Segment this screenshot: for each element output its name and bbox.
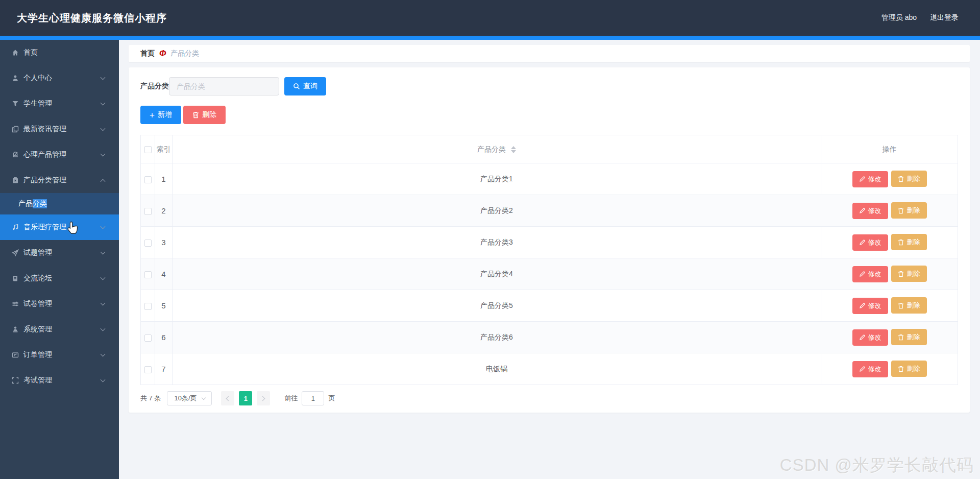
row-checkbox[interactable]: [144, 366, 152, 373]
row-index: 3: [155, 227, 173, 258]
breadcrumb-current: 产品分类: [170, 49, 199, 58]
sidebar-item-label: 音乐理疗管理: [23, 223, 66, 232]
chevron-down-icon: [201, 395, 205, 399]
row-delete-button[interactable]: 删除: [891, 297, 927, 314]
chevron-down-icon: [101, 101, 106, 106]
table-row: 4产品分类4修改删除: [141, 258, 958, 290]
row-index: 1: [155, 163, 173, 195]
select-all-checkbox[interactable]: [144, 146, 152, 153]
trash-icon: [898, 271, 904, 277]
delete-button[interactable]: 删除: [183, 106, 226, 124]
sort-caret-icon[interactable]: [511, 146, 516, 153]
row-category: 产品分类2: [173, 195, 821, 227]
edit-button[interactable]: 修改: [852, 203, 888, 219]
sidebar-item-label: 考试管理: [23, 376, 52, 385]
sidebar-item-psych-products[interactable]: 心理产品管理: [0, 142, 119, 167]
row-checkbox[interactable]: [144, 271, 152, 278]
add-button[interactable]: + 新增: [140, 106, 181, 124]
next-page-button[interactable]: [257, 391, 270, 405]
row-delete-button[interactable]: 删除: [891, 361, 927, 377]
pencil-icon: [859, 176, 865, 182]
send-icon: [11, 249, 19, 257]
sidebar-item-label: 订单管理: [23, 350, 52, 360]
page-number-button[interactable]: 1: [239, 391, 252, 405]
row-checkbox[interactable]: [144, 334, 152, 342]
column-header-index: 索引: [155, 135, 173, 163]
sidebar-item-label: 产品分类管理: [23, 176, 66, 185]
row-actions: 修改删除: [821, 195, 958, 227]
submenu-label-selected: 分类: [33, 199, 47, 208]
breadcrumb-home[interactable]: 首页: [140, 49, 155, 58]
row-actions: 修改删除: [821, 353, 958, 385]
sidebar-item-news[interactable]: 最新资讯管理: [0, 116, 119, 142]
prev-page-button[interactable]: [221, 391, 234, 405]
sidebar-item-music-therapy[interactable]: 音乐理疗管理: [0, 214, 119, 240]
page-size-select[interactable]: 10条/页: [167, 391, 212, 405]
edit-button[interactable]: 修改: [852, 171, 888, 187]
row-index: 7: [155, 353, 173, 385]
sidebar-item-orders[interactable]: 订单管理: [0, 342, 119, 368]
row-delete-button[interactable]: 删除: [891, 171, 927, 187]
app-header: 大学生心理健康服务微信小程序 管理员 abo 退出登录: [0, 0, 980, 36]
plus-icon: +: [150, 111, 155, 119]
row-delete-button[interactable]: 删除: [891, 202, 927, 219]
edit-button[interactable]: 修改: [852, 361, 888, 377]
row-checkbox[interactable]: [144, 240, 152, 247]
table-row: 6产品分类6修改删除: [141, 322, 958, 353]
column-header-actions: 操作: [821, 135, 958, 163]
chevron-down-icon: [101, 152, 106, 157]
row-delete-button[interactable]: 删除: [891, 234, 927, 250]
row-actions: 修改删除: [821, 258, 958, 290]
sidebar-item-label: 系统管理: [23, 325, 52, 334]
row-index: 4: [155, 258, 173, 290]
sidebar-item-label: 试卷管理: [23, 299, 52, 308]
row-delete-button[interactable]: 删除: [891, 266, 927, 282]
fullscreen-icon: [11, 376, 19, 385]
sidebar-item-students[interactable]: 学生管理: [0, 91, 119, 116]
sidebar-item-exam-papers[interactable]: 试卷管理: [0, 291, 119, 317]
filter-icon: [11, 100, 19, 108]
edit-button[interactable]: 修改: [852, 234, 888, 251]
main-content: 首页 Ф 产品分类 产品分类 查询 + 新增 删除: [119, 40, 980, 479]
query-button[interactable]: 查询: [284, 77, 326, 95]
logout-link[interactable]: 退出登录: [930, 13, 959, 22]
breadcrumb-separator-icon: Ф: [159, 49, 166, 59]
row-category: 产品分类3: [173, 227, 821, 258]
sidebar-item-exams[interactable]: 考试管理: [0, 368, 119, 393]
edit-button[interactable]: 修改: [852, 266, 888, 282]
sidebar-item-label: 学生管理: [23, 99, 52, 108]
submenu-label-prefix: 产品: [18, 199, 33, 208]
sidebar: 首页 个人中心 学生管理 最新资讯管理: [0, 40, 119, 479]
row-checkbox[interactable]: [144, 208, 152, 215]
search-input[interactable]: [169, 77, 279, 95]
admin-label: 管理员 abo: [881, 13, 917, 22]
table-row: 5产品分类5修改删除: [141, 290, 958, 322]
sidebar-item-profile[interactable]: 个人中心: [0, 65, 119, 91]
table-row: 1产品分类1修改删除: [141, 163, 958, 195]
table-row: 2产品分类2修改删除: [141, 195, 958, 227]
watermark: CSDN @米罗学长敲代码: [780, 454, 974, 477]
app-title: 大学生心理健康服务微信小程序: [17, 11, 167, 25]
sidebar-item-forum[interactable]: 交流论坛: [0, 266, 119, 291]
pencil-icon: [859, 303, 865, 309]
sidebar-item-product-category[interactable]: 产品分类管理: [0, 167, 119, 193]
row-category: 产品分类5: [173, 290, 821, 322]
sidebar-item-label: 最新资讯管理: [23, 125, 66, 134]
edit-button[interactable]: 修改: [852, 298, 888, 314]
sidebar-item-label: 交流论坛: [23, 274, 52, 283]
trash-icon: [192, 111, 199, 118]
sidebar-item-system[interactable]: 系统管理: [0, 317, 119, 342]
row-checkbox[interactable]: [144, 176, 152, 183]
goto-page-input[interactable]: [302, 391, 324, 405]
box-icon: [11, 176, 19, 184]
sidebar-item-home[interactable]: 首页: [0, 40, 119, 65]
table-row: 7电饭锅修改删除: [141, 353, 958, 385]
sidebar-subitem-product-category[interactable]: 产品分类: [0, 193, 119, 214]
column-header-category[interactable]: 产品分类: [173, 135, 821, 163]
chevron-down-icon: [101, 352, 106, 357]
sidebar-item-questions[interactable]: 试题管理: [0, 240, 119, 266]
row-checkbox[interactable]: [144, 303, 152, 310]
edit-button[interactable]: 修改: [852, 329, 888, 346]
toolbar: + 新增 删除: [140, 106, 958, 124]
row-delete-button[interactable]: 删除: [891, 329, 927, 345]
